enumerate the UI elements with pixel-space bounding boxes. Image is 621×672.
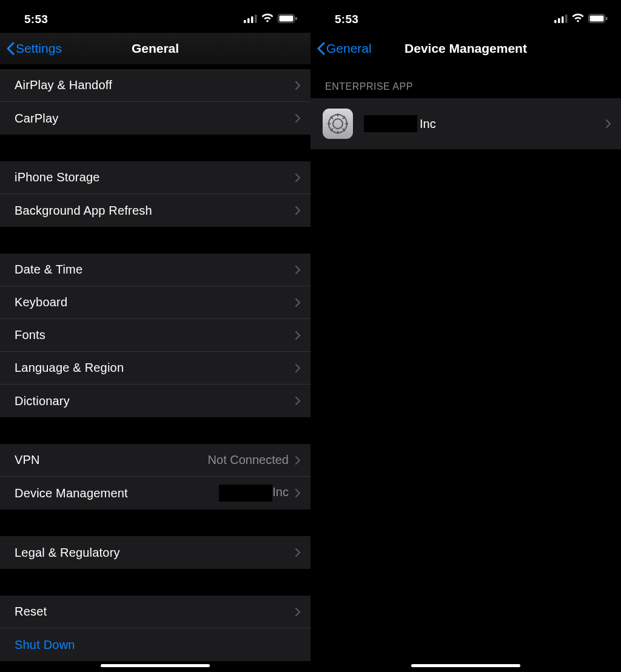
chevron-right-icon [295, 548, 301, 557]
row-label: VPN [15, 453, 40, 467]
chevron-right-icon [295, 331, 301, 340]
row-airplay-handoff[interactable]: AirPlay & Handoff [0, 69, 310, 102]
settings-group: Legal & Regulatory [0, 536, 310, 569]
page-title: General [132, 41, 179, 56]
chevron-right-icon [295, 206, 301, 215]
row-language-region[interactable]: Language & Region [0, 352, 310, 385]
cellular-icon [244, 13, 257, 26]
row-fonts[interactable]: Fonts [0, 319, 310, 352]
row-reset[interactable]: Reset [0, 596, 310, 628]
chevron-right-icon [295, 396, 301, 406]
settings-group: Reset Shut Down [0, 596, 310, 661]
back-label: General [326, 41, 372, 56]
svg-rect-12 [590, 16, 604, 22]
svg-rect-8 [558, 18, 560, 23]
status-bar: 5:53 [0, 0, 310, 33]
battery-icon [278, 13, 297, 26]
row-label: CarPlay [15, 112, 59, 126]
row-dictionary[interactable]: Dictionary [0, 385, 310, 417]
row-legal-regulatory[interactable]: Legal & Regulatory [0, 536, 310, 569]
svg-rect-0 [244, 20, 246, 23]
chevron-right-icon [295, 607, 301, 617]
row-carplay[interactable]: CarPlay [0, 102, 310, 135]
chevron-right-icon [295, 298, 301, 307]
row-iphone-storage[interactable]: iPhone Storage [0, 161, 310, 194]
status-indicators [244, 13, 297, 26]
row-label: Reset [15, 605, 47, 619]
redacted-text [219, 485, 272, 502]
back-button[interactable]: Settings [6, 41, 62, 56]
back-button[interactable]: General [317, 41, 372, 56]
chevron-right-icon [605, 119, 611, 129]
chevron-left-icon [317, 42, 325, 55]
general-settings-screen: 5:53 Settings General AirPlay & Handoff [0, 0, 310, 672]
chevron-right-icon [295, 81, 301, 90]
battery-icon [588, 13, 608, 26]
status-time: 5:53 [24, 13, 48, 26]
settings-group: Date & Time Keyboard Fonts Language & Re… [0, 254, 310, 417]
chevron-right-icon [295, 455, 301, 465]
row-label: Fonts [15, 328, 45, 342]
row-label: AirPlay & Handoff [15, 78, 112, 92]
svg-rect-9 [562, 16, 564, 23]
settings-group: iPhone Storage Background App Refresh [0, 161, 310, 227]
row-label: Date & Time [15, 263, 82, 277]
home-indicator[interactable] [101, 664, 210, 667]
row-label: Background App Refresh [15, 204, 152, 218]
status-time: 5:53 [335, 13, 358, 26]
row-label: Shut Down [15, 638, 75, 652]
nav-bar: Settings General [0, 33, 310, 64]
row-background-app-refresh[interactable]: Background App Refresh [0, 194, 310, 227]
enterprise-name: Inc [364, 115, 436, 132]
status-indicators [554, 13, 608, 26]
wifi-icon [571, 13, 585, 26]
settings-list[interactable]: AirPlay & Handoff CarPlay iPhone Storage… [0, 64, 310, 672]
wifi-icon [261, 13, 274, 26]
cellular-icon [554, 13, 568, 26]
row-keyboard[interactable]: Keyboard [0, 286, 310, 319]
svg-point-15 [333, 119, 343, 129]
svg-rect-3 [255, 15, 257, 23]
row-device-management[interactable]: Device Management Inc [0, 477, 310, 509]
svg-rect-10 [565, 15, 568, 23]
row-vpn[interactable]: VPN Not Connected [0, 444, 310, 477]
device-management-screen: 5:53 General Device Management Enterpris… [310, 0, 621, 672]
svg-rect-7 [554, 20, 557, 23]
nav-bar: General Device Management [310, 33, 621, 64]
row-label: Dictionary [15, 394, 70, 408]
row-date-time[interactable]: Date & Time [0, 254, 310, 286]
row-label: Language & Region [15, 361, 124, 375]
settings-group: AirPlay & Handoff CarPlay [0, 69, 310, 135]
device-management-list: Enterprise App [310, 64, 621, 672]
row-label: Device Management [15, 486, 128, 500]
svg-rect-13 [606, 17, 608, 20]
row-enterprise-profile[interactable]: Inc [310, 98, 621, 149]
chevron-right-icon [295, 363, 301, 373]
chevron-right-icon [295, 113, 301, 123]
chevron-right-icon [295, 173, 301, 183]
svg-rect-5 [280, 16, 294, 22]
settings-group: VPN Not Connected Device Management Inc [0, 444, 310, 509]
profile-gear-icon [323, 109, 353, 139]
svg-rect-6 [295, 17, 297, 20]
row-label: Legal & Regulatory [15, 546, 120, 560]
status-bar: 5:53 [310, 0, 621, 33]
chevron-right-icon [295, 488, 301, 498]
row-detail-redacted: Inc [219, 485, 289, 502]
row-label: Keyboard [15, 295, 67, 309]
back-label: Settings [16, 41, 62, 56]
row-detail: Not Connected [208, 453, 289, 467]
section-header-enterprise: Enterprise App [310, 64, 621, 98]
svg-rect-1 [247, 18, 250, 23]
chevron-right-icon [295, 265, 301, 275]
page-title: Device Management [404, 41, 527, 56]
row-label: iPhone Storage [15, 170, 100, 184]
row-shut-down[interactable]: Shut Down [0, 628, 310, 661]
svg-rect-2 [251, 16, 253, 23]
home-indicator[interactable] [411, 664, 520, 667]
chevron-left-icon [6, 42, 15, 55]
redacted-text [364, 115, 417, 132]
